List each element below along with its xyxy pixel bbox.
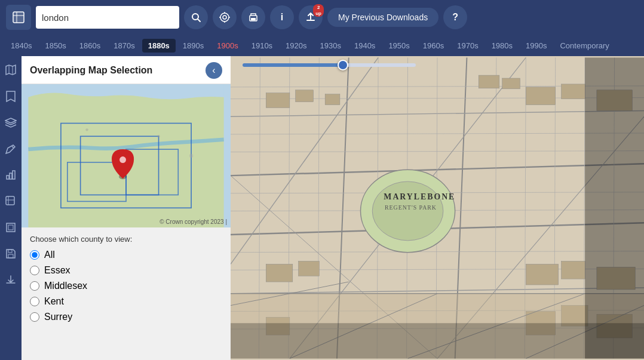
svg-rect-16 (7, 176, 9, 179)
svg-point-35 (189, 154, 194, 158)
tab-contemporary[interactable]: Contemporary (554, 39, 615, 53)
county-selector: Choose which county to view: All Essex M… (22, 227, 231, 334)
county-radio-kent[interactable] (30, 297, 39, 306)
map-svg-main: MARYLEBONE REGENT'S PARK (231, 56, 644, 360)
svg-rect-76 (266, 264, 292, 282)
copyright-text: © Crown copyright 2023 | (160, 219, 227, 225)
slider-track[interactable] (243, 63, 416, 67)
main-map-area[interactable]: MARYLEBONE REGENT'S PARK (231, 56, 644, 360)
svg-rect-12 (251, 18, 256, 20)
svg-rect-74 (562, 84, 585, 99)
svg-point-32 (119, 156, 126, 163)
svg-point-33 (85, 128, 88, 131)
header: i 2up My Previous Downloads ? (0, 0, 644, 35)
tab-1860s[interactable]: 1860s (73, 39, 106, 53)
svg-rect-78 (526, 264, 558, 285)
county-option-all[interactable]: All (30, 250, 222, 260)
tab-1850s[interactable]: 1850s (39, 39, 72, 53)
svg-point-6 (223, 16, 226, 19)
bookmark-nav-icon[interactable] (2, 87, 20, 105)
svg-rect-77 (299, 261, 320, 276)
county-option-essex[interactable]: Essex (30, 265, 222, 276)
info-button[interactable]: i (270, 5, 294, 29)
svg-rect-71 (296, 90, 314, 102)
tab-1890s[interactable]: 1890s (177, 39, 210, 53)
svg-line-15 (12, 146, 14, 148)
county-label-middlesex: Middlesex (44, 281, 87, 291)
svg-rect-18 (13, 171, 15, 179)
county-radio-essex[interactable] (30, 266, 39, 275)
svg-rect-85 (479, 75, 499, 88)
collapse-button[interactable]: ‹ (206, 62, 222, 79)
county-selector-label: Choose which county to view: (30, 235, 222, 244)
tab-1940s[interactable]: 1940s (348, 39, 381, 53)
main-content: Overlapping Map Selection ‹ (0, 56, 644, 360)
svg-rect-95 (231, 323, 644, 358)
svg-rect-70 (266, 93, 290, 108)
search-input[interactable] (36, 6, 179, 29)
panel-header: Overlapping Map Selection ‹ (22, 56, 231, 84)
county-option-middlesex[interactable]: Middlesex (30, 281, 222, 291)
map-nav-icon[interactable] (2, 61, 20, 79)
upload-button[interactable]: 2up (299, 5, 323, 29)
svg-text:REGENT'S PARK: REGENT'S PARK (385, 204, 437, 211)
county-radio-all[interactable] (30, 250, 39, 260)
target-button[interactable] (213, 5, 237, 29)
svg-point-5 (220, 13, 229, 21)
svg-point-34 (157, 135, 160, 137)
upload-badge: 2up (313, 4, 324, 17)
tab-1980s[interactable]: 1980s (486, 39, 519, 53)
edit-nav-icon[interactable] (2, 140, 20, 158)
svg-rect-0 (13, 12, 24, 23)
slider-thumb[interactable] (338, 60, 348, 70)
help-button[interactable]: ? (443, 5, 467, 29)
county-option-kent[interactable]: Kent (30, 296, 222, 307)
tab-1920s[interactable]: 1920s (280, 39, 312, 53)
decade-bar: 1840s 1850s 1860s 1870s 1880s 1890s 1900… (0, 35, 644, 56)
county-radio-surrey[interactable] (30, 312, 39, 322)
svg-rect-19 (6, 196, 14, 205)
tab-1900s[interactable]: 1900s (211, 39, 244, 53)
svg-rect-72 (325, 94, 340, 105)
prev-downloads-button[interactable]: My Previous Downloads (327, 8, 438, 27)
tab-1930s[interactable]: 1930s (314, 39, 347, 53)
svg-rect-73 (526, 87, 555, 105)
tab-1840s[interactable]: 1840s (5, 39, 38, 53)
county-label-kent: Kent (44, 296, 64, 307)
county-radio-middlesex[interactable] (30, 281, 39, 291)
svg-rect-94 (585, 57, 644, 358)
mini-map[interactable]: © Crown copyright 2023 | (22, 84, 231, 227)
tab-1990s[interactable]: 1990s (520, 39, 553, 53)
svg-rect-79 (562, 261, 585, 279)
county-label-surrey: Surrey (44, 312, 72, 322)
svg-rect-17 (10, 173, 12, 179)
layers-nav-icon[interactable] (2, 113, 20, 131)
svg-line-4 (198, 19, 200, 21)
marylebone-label: MARYLEBONE (384, 192, 455, 201)
slider-fill (243, 63, 346, 67)
svg-rect-86 (502, 78, 520, 89)
tab-1970s[interactable]: 1970s (451, 39, 484, 53)
svg-rect-24 (8, 254, 13, 258)
chart-nav-icon[interactable] (2, 166, 20, 184)
tab-1960s[interactable]: 1960s (417, 39, 450, 53)
download-nav-icon[interactable] (2, 271, 20, 289)
tab-1950s[interactable]: 1950s (382, 39, 415, 53)
panel-title: Overlapping Map Selection (30, 65, 152, 76)
tab-1880s[interactable]: 1880s (142, 39, 176, 53)
tab-1870s[interactable]: 1870s (108, 39, 140, 53)
search-button[interactable] (184, 5, 208, 29)
svg-rect-22 (7, 223, 15, 232)
save-nav-icon[interactable] (2, 245, 20, 263)
tab-1910s[interactable]: 1910s (246, 39, 278, 53)
county-option-surrey[interactable]: Surrey (30, 312, 222, 322)
tag-nav-icon[interactable] (2, 192, 20, 210)
left-sidebar (0, 56, 22, 360)
map-slider-container (243, 63, 632, 67)
county-label-all: All (44, 250, 55, 260)
county-label-essex: Essex (44, 265, 70, 276)
overlap-panel: Overlapping Map Selection ‹ (22, 56, 231, 360)
stack-nav-icon[interactable] (2, 219, 20, 236)
print-button[interactable] (241, 5, 265, 29)
logo-button[interactable] (6, 5, 31, 30)
